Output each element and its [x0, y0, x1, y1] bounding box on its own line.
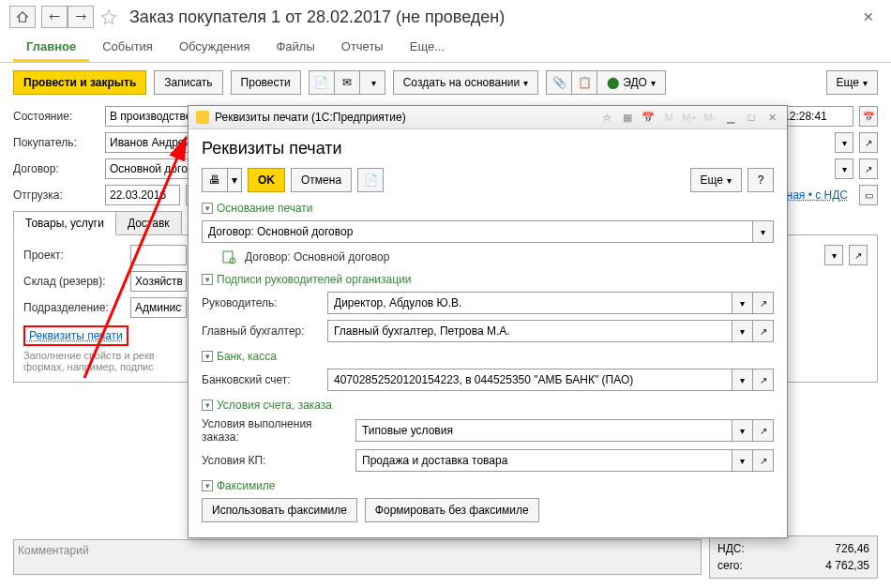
email-icon-button[interactable]: ✉	[334, 70, 360, 95]
order-cond-select-button[interactable]: ▾	[732, 419, 753, 442]
project-input[interactable]	[130, 245, 187, 265]
head-open-button[interactable]: ↗	[753, 292, 774, 314]
dept-input[interactable]	[130, 297, 187, 318]
order-cond-input[interactable]	[355, 419, 732, 442]
kp-label: Условия КП:	[202, 454, 352, 467]
state-input[interactable]	[105, 106, 199, 127]
section-bank[interactable]: ▾ Банк, касса	[202, 350, 774, 363]
calendar-icon[interactable]: 📅	[859, 106, 878, 127]
bank-input[interactable]	[327, 369, 732, 391]
vat-link[interactable]: чная • с НДС	[780, 188, 848, 202]
kp-select-button[interactable]: ▾	[732, 449, 753, 472]
favorite-icon[interactable]	[99, 8, 118, 26]
ok-button[interactable]: OK	[248, 168, 285, 192]
section-signers[interactable]: ▾ Подписи руководителей организации	[202, 273, 774, 286]
form-without-facsimile-button[interactable]: Формировать без факсимиле	[365, 498, 539, 522]
kp-input[interactable]	[355, 449, 732, 472]
total-label: сего:	[717, 559, 743, 572]
kp-open-button[interactable]: ↗	[753, 449, 774, 472]
buyer-input[interactable]	[105, 132, 199, 153]
accountant-open-button[interactable]: ↗	[753, 320, 774, 342]
print-requisites-link[interactable]: Реквизиты печати	[23, 325, 128, 346]
basis-input[interactable]	[202, 220, 753, 243]
calendar-dialog-icon[interactable]: 📅	[641, 110, 656, 125]
document-icon[interactable]	[220, 249, 237, 265]
edo-button[interactable]: ⬤ЭДО	[597, 70, 666, 95]
vat-value: 726,46	[835, 542, 869, 555]
tab-more[interactable]: Еще...	[397, 34, 458, 62]
help-button[interactable]: ?	[748, 168, 774, 192]
dialog-refresh-button[interactable]: 📄	[357, 168, 384, 192]
project-open-button[interactable]: ↗	[849, 245, 868, 265]
accountant-input[interactable]	[327, 320, 732, 342]
bank-label: Банковский счет:	[202, 373, 324, 386]
accountant-label: Главный бухгалтер:	[202, 324, 324, 338]
m-minus-icon[interactable]: M-	[702, 110, 717, 125]
ship-label: Отгрузка:	[13, 188, 99, 202]
subtab-delivery[interactable]: Доставк	[115, 211, 182, 235]
email-dropdown-button[interactable]	[359, 70, 385, 95]
attach-icon-button[interactable]: 📋	[571, 70, 597, 95]
stock-input[interactable]	[130, 271, 187, 292]
head-input[interactable]	[327, 292, 732, 314]
dialog-more-button[interactable]: Еще	[690, 168, 742, 192]
state-label: Состояние:	[13, 110, 99, 123]
close-button[interactable]: ✕	[855, 8, 882, 26]
m-icon[interactable]: M	[661, 110, 676, 125]
buyer-select-button[interactable]: ▾	[835, 132, 853, 153]
dialog-close-icon[interactable]: ✕	[764, 110, 779, 125]
tab-reports[interactable]: Отчеты	[328, 34, 397, 62]
contract-select-button[interactable]: ▾	[835, 158, 853, 179]
tab-discussions[interactable]: Обсуждения	[166, 34, 264, 62]
buyer-open-button[interactable]: ↗	[859, 132, 878, 153]
contract-input[interactable]	[105, 158, 199, 179]
order-cond-open-button[interactable]: ↗	[753, 419, 774, 442]
basis-doc-text: Договор: Основной договор	[245, 250, 389, 264]
comment-input[interactable]: Комментарий	[13, 539, 702, 575]
caret-icon: ▾	[202, 351, 213, 362]
tab-files[interactable]: Файлы	[263, 34, 327, 62]
page-title: Заказ покупателя 1 от 28.02.2017 (не про…	[129, 8, 505, 27]
accountant-select-button[interactable]: ▾	[732, 320, 753, 342]
print-icon-button[interactable]: 📄	[309, 70, 335, 95]
create-based-button[interactable]: Создать на основании	[393, 70, 539, 95]
subtab-goods[interactable]: Товары, услуги	[13, 211, 116, 235]
order-cond-label: Условия выполнения заказа:	[202, 417, 352, 444]
main-toolbar: Провести и закрыть Записать Провести 📄 ✉…	[0, 63, 891, 102]
favorite-dialog-icon[interactable]: ☆	[599, 110, 614, 125]
related-button[interactable]: 📎	[546, 70, 572, 95]
head-select-button[interactable]: ▾	[732, 292, 753, 314]
forward-button[interactable]: 🡒	[68, 6, 94, 28]
dialog-min-icon[interactable]: ▁	[723, 110, 738, 125]
post-and-close-button[interactable]: Провести и закрыть	[13, 70, 146, 95]
section-invoice[interactable]: ▾ Условия счета, заказа	[202, 399, 774, 412]
section-facsimile[interactable]: ▾ Факсимиле	[202, 479, 774, 492]
head-label: Руководитель:	[202, 296, 324, 309]
dialog-max-icon[interactable]: □	[744, 110, 759, 125]
back-button[interactable]: 🡐	[41, 6, 68, 28]
dialog-print-button[interactable]: 🖶	[202, 168, 228, 192]
calc-icon[interactable]: ▦	[620, 110, 635, 125]
bank-open-button[interactable]: ↗	[753, 369, 774, 391]
m-plus-icon[interactable]: M+	[682, 110, 697, 125]
home-button[interactable]	[9, 6, 36, 28]
section-basis[interactable]: ▾ Основание печати	[202, 202, 774, 215]
tab-events[interactable]: События	[89, 34, 166, 62]
project-select-button[interactable]: ▾	[824, 245, 843, 265]
print-requisites-dialog: Реквизиты печати (1С:Предприятие) ☆ ▦ 📅 …	[188, 105, 788, 538]
ship-input[interactable]	[105, 185, 180, 205]
bank-select-button[interactable]: ▾	[732, 369, 753, 391]
dialog-print-dropdown[interactable]: ▾	[227, 168, 242, 192]
contract-open-button[interactable]: ↗	[859, 158, 878, 179]
post-button[interactable]: Провести	[231, 70, 301, 95]
save-button[interactable]: Записать	[154, 70, 222, 95]
hint-text: Заполнение свойств и рекв формах, наприм…	[23, 350, 183, 372]
total-value: 4 762,35	[825, 559, 869, 572]
dept-label: Подразделение:	[23, 301, 125, 314]
tab-main[interactable]: Главное	[13, 34, 89, 62]
cancel-button[interactable]: Отмена	[291, 168, 352, 192]
basis-select-button[interactable]: ▾	[753, 220, 774, 243]
use-facsimile-button[interactable]: Использовать факсимиле	[202, 498, 357, 522]
more-button[interactable]: Еще	[826, 70, 878, 95]
vat-settings-icon[interactable]: ▭	[859, 185, 878, 205]
